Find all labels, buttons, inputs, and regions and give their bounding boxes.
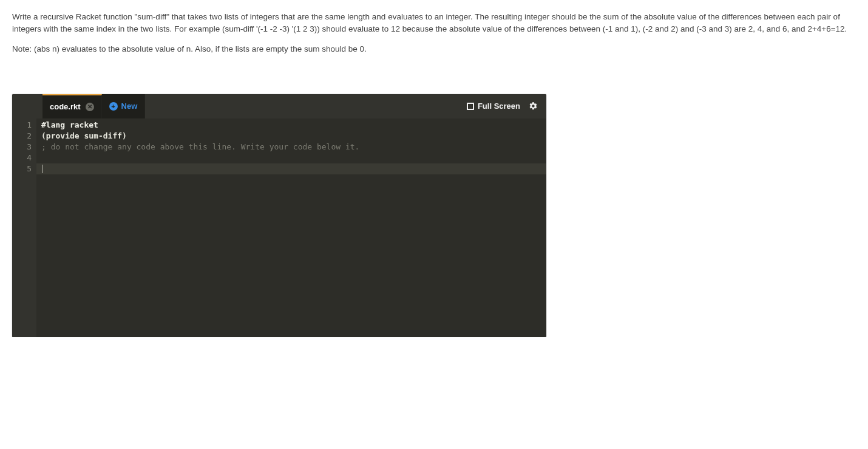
code-line: (provide sum-diff) [41, 131, 546, 142]
gutter-line-number: 3 [12, 142, 32, 153]
code-text: ; do not change any code above this line… [41, 142, 359, 151]
gutter-line-number: 2 [12, 131, 32, 142]
problem-paragraph-2: Note: (abs n) evaluates to the absolute … [12, 43, 856, 55]
editor-body[interactable]: 1 2 3 4 5 #lang racket (provide sum-diff… [12, 118, 546, 337]
code-text: #lang racket [41, 120, 98, 129]
gear-icon[interactable] [529, 101, 538, 111]
code-text: (provide sum-diff) [41, 131, 127, 140]
text-cursor [42, 165, 42, 173]
new-tab-label: New [121, 101, 138, 111]
problem-paragraph-1: Write a recursive Racket function "sum-d… [12, 11, 856, 35]
tab-filename-label: code.rkt [50, 102, 81, 111]
line-gutter: 1 2 3 4 5 [12, 118, 36, 337]
gutter-line-number: 1 [12, 120, 32, 131]
code-line-active [36, 163, 546, 174]
plus-icon: + [109, 102, 118, 111]
code-editor: code.rkt ✕ + New Full Screen 1 2 3 4 5 #… [12, 94, 546, 337]
editor-toolbar-right: Full Screen [467, 94, 546, 118]
problem-description: Write a recursive Racket function "sum-d… [0, 0, 868, 76]
tab-code-rkt[interactable]: code.rkt ✕ [42, 94, 102, 118]
code-line: ; do not change any code above this line… [41, 142, 546, 153]
code-text-area[interactable]: #lang racket (provide sum-diff) ; do not… [36, 118, 546, 337]
fullscreen-label: Full Screen [478, 101, 520, 111]
code-line: #lang racket [41, 120, 546, 131]
fullscreen-icon [467, 103, 474, 110]
code-line [41, 153, 546, 163]
gutter-line-number: 5 [12, 163, 32, 174]
close-icon[interactable]: ✕ [86, 103, 94, 111]
fullscreen-button[interactable]: Full Screen [467, 101, 520, 111]
new-tab-button[interactable]: + New [102, 94, 146, 118]
gutter-line-number: 4 [12, 153, 32, 163]
editor-tab-bar: code.rkt ✕ + New Full Screen [12, 94, 546, 118]
